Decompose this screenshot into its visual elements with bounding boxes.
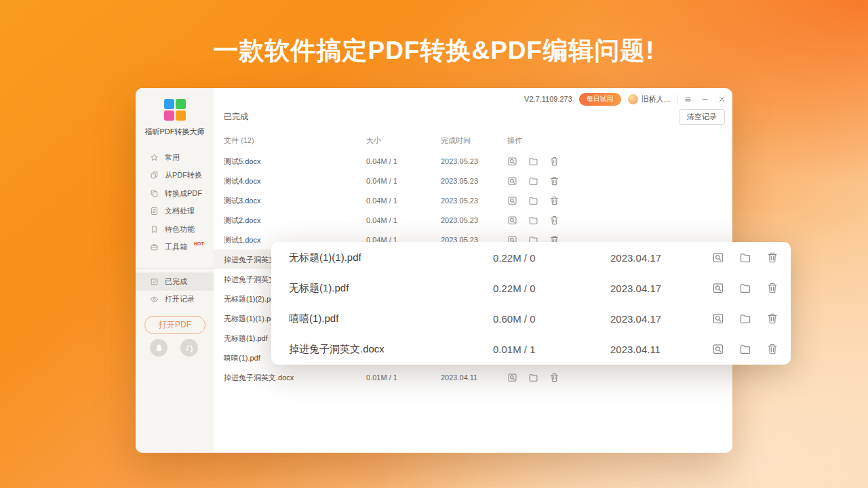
open-folder-icon[interactable] <box>528 215 538 225</box>
document-icon <box>150 207 159 216</box>
file-size: 0.04M / 1 <box>366 197 397 205</box>
file-name: 无标题(1)(1).pdf <box>224 313 277 323</box>
sidebar-item-toolbox[interactable]: 工具箱 HOT <box>136 239 214 257</box>
to-pdf-icon <box>150 189 159 198</box>
app-name: 福昕PDF转换大师 <box>145 127 205 137</box>
hero-headline: 一款软件搞定PDF转换&PDF编辑问题! <box>0 34 868 68</box>
toolbox-icon <box>150 243 159 251</box>
sidebar: 福昕PDF转换大师 常用 从PDF转换 转换成PDF 文档处理 特色功能 <box>136 88 214 453</box>
from-pdf-icon <box>150 171 159 180</box>
qq-icon <box>154 343 164 353</box>
open-folder-icon[interactable] <box>739 343 751 355</box>
file-name: 无标题(1)(1).pdf <box>289 251 361 264</box>
open-folder-icon[interactable] <box>528 156 538 166</box>
open-folder-icon[interactable] <box>528 372 538 382</box>
sidebar-item-common[interactable]: 常用 <box>136 148 214 167</box>
file-size: 0.04M / 1 <box>366 216 397 224</box>
bookmark-icon <box>150 225 159 234</box>
file-time: 2023.05.23 <box>441 157 478 165</box>
page-title: 已完成 <box>224 111 248 123</box>
popup-row[interactable]: 无标题(1).pdf 0.22M / 0 2023.04.17 <box>271 272 791 303</box>
table-row[interactable]: 测试5.docx 0.04M / 1 2023.05.23 <box>214 151 732 171</box>
popup-row[interactable]: 嘻嘻(1).pdf 0.60M / 0 2023.04.17 <box>271 303 791 333</box>
open-folder-icon[interactable] <box>739 282 751 294</box>
column-header-time: 完成时间 <box>441 136 471 146</box>
delete-icon[interactable] <box>549 215 559 225</box>
delete-icon[interactable] <box>766 343 778 355</box>
sidebar-item-doc-process[interactable]: 文档处理 <box>136 203 214 221</box>
preview-icon[interactable] <box>712 251 724 264</box>
clear-records-button[interactable]: 清空记录 <box>679 109 725 125</box>
open-folder-icon[interactable] <box>528 195 538 205</box>
preview-icon[interactable] <box>712 343 724 355</box>
file-time: 2023.05.23 <box>441 216 478 224</box>
sidebar-item-from-pdf[interactable]: 从PDF转换 <box>136 167 214 185</box>
delete-icon[interactable] <box>766 282 778 294</box>
sidebar-menu: 常用 从PDF转换 转换成PDF 文档处理 特色功能 工具箱 HOT <box>136 148 214 256</box>
qq-support-button[interactable] <box>150 339 167 357</box>
open-pdf-button[interactable]: 打开PDF <box>144 316 205 334</box>
file-name: 嘻嘻(1).pdf <box>289 312 338 325</box>
file-size: 0.04M / 1 <box>366 177 397 185</box>
file-time: 2023.04.11 <box>610 343 660 354</box>
file-time: 2023.04.17 <box>610 282 661 293</box>
file-time: 2023.04.11 <box>441 373 477 382</box>
preview-icon[interactable] <box>507 156 517 166</box>
sidebar-item-label: 常用 <box>165 152 180 163</box>
preview-icon[interactable] <box>712 282 724 294</box>
file-name: 嘻嘻(1).pdf <box>224 352 260 363</box>
sidebar-item-open-records[interactable]: 打开记录 <box>136 291 214 309</box>
eye-icon <box>150 295 159 304</box>
logo-square-blue <box>164 99 174 109</box>
row-actions <box>507 372 559 382</box>
sidebar-item-label: 转换成PDF <box>165 188 202 199</box>
open-folder-icon[interactable] <box>528 176 538 186</box>
column-header-size: 大小 <box>366 136 381 146</box>
delete-icon[interactable] <box>766 312 778 325</box>
preview-icon[interactable] <box>507 372 517 382</box>
preview-icon[interactable] <box>507 176 517 186</box>
hot-badge: HOT <box>194 241 204 246</box>
table-row[interactable]: 测试4.docx 0.04M / 1 2023.05.23 <box>214 171 732 190</box>
popup-row[interactable]: 无标题(1)(1).pdf 0.22M / 0 2023.04.17 <box>271 242 791 272</box>
table-row[interactable]: 测试2.docx 0.04M / 1 2023.05.23 <box>214 210 732 230</box>
file-name: 测试4.docx <box>224 176 260 186</box>
sidebar-item-label: 特色功能 <box>165 224 195 235</box>
column-header-file: 文件 (12) <box>224 136 254 146</box>
preview-icon[interactable] <box>712 312 724 325</box>
file-size: 0.60M / 0 <box>493 312 536 324</box>
delete-icon[interactable] <box>549 372 559 382</box>
delete-icon[interactable] <box>549 156 559 166</box>
row-actions <box>712 282 778 294</box>
popup-row[interactable]: 掉进兔子洞英文.docx 0.01M / 1 2023.04.11 <box>271 333 791 364</box>
file-name: 无标题(1).pdf <box>289 281 349 294</box>
row-actions <box>712 312 778 325</box>
preview-icon[interactable] <box>507 215 517 225</box>
row-actions <box>507 156 559 166</box>
preview-icon[interactable] <box>507 195 517 205</box>
row-actions <box>712 251 778 264</box>
file-size: 0.22M / 0 <box>493 251 536 263</box>
file-time: 2023.05.23 <box>441 197 478 205</box>
logo-square-green <box>176 99 186 109</box>
logo-square-orange <box>176 110 186 121</box>
row-actions <box>712 343 778 355</box>
sidebar-item-to-pdf[interactable]: 转换成PDF <box>136 184 214 203</box>
delete-icon[interactable] <box>766 251 778 264</box>
file-size: 0.22M / 0 <box>493 282 536 293</box>
table-row[interactable]: 掉进兔子洞英文.docx 0.01M / 1 2023.04.11 <box>214 367 732 387</box>
sidebar-item-label: 工具箱 <box>165 242 187 252</box>
delete-icon[interactable] <box>549 176 559 186</box>
file-name: 掉进兔子洞英文.docx <box>224 372 294 382</box>
file-time: 2023.04.17 <box>610 251 661 263</box>
customer-service-button[interactable] <box>180 339 198 357</box>
open-folder-icon[interactable] <box>739 251 751 264</box>
table-row[interactable]: 测试3.docx 0.04M / 1 2023.05.23 <box>214 190 732 210</box>
open-folder-icon[interactable] <box>739 312 751 325</box>
app-logo: 福昕PDF转换大师 <box>136 99 214 137</box>
sidebar-item-special-features[interactable]: 特色功能 <box>136 220 214 239</box>
delete-icon[interactable] <box>549 195 559 205</box>
file-name: 掉进兔子洞英文.docx <box>289 342 384 355</box>
file-size: 0.01M / 1 <box>366 373 397 382</box>
sidebar-item-completed[interactable]: 已完成 <box>136 272 214 291</box>
